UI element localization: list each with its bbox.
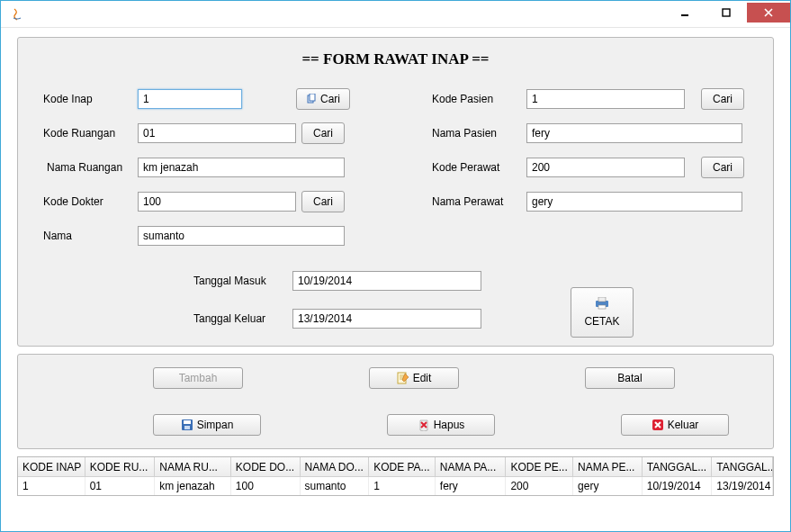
cetak-label: CETAK (584, 315, 619, 328)
svg-rect-10 (184, 426, 190, 429)
button-panel: Tambah Edit Batal Simpan Hapus (17, 354, 774, 449)
nama-ruangan-label: Nama Ruangan (47, 161, 138, 174)
kode-inap-label: Kode Inap (43, 93, 138, 105)
table-cell: 01 (85, 477, 156, 495)
table-header-cell[interactable]: KODE RU... (85, 457, 156, 477)
cari-label: Cari (320, 93, 340, 105)
simpan-button[interactable]: Simpan (153, 414, 261, 436)
keluar-button[interactable]: Keluar (621, 414, 729, 436)
nama-pasien-input[interactable] (526, 123, 742, 143)
nama-perawat-input[interactable] (526, 192, 742, 212)
form-title: == FORM RAWAT INAP == (18, 50, 773, 68)
table-row[interactable]: 101km jenazah100sumanto1fery200gery10/19… (18, 477, 773, 495)
save-icon (181, 419, 193, 431)
svg-rect-6 (598, 305, 606, 309)
nama-dokter-input[interactable] (138, 226, 345, 246)
svg-rect-9 (184, 420, 191, 424)
table-cell: 13/19/2014 (712, 477, 773, 495)
table-cell: gery (573, 477, 643, 495)
table-cell: 1 (18, 477, 85, 495)
table-header-cell[interactable]: NAMA PA... (436, 457, 507, 477)
close-button[interactable] (747, 3, 790, 23)
table-cell: 10/19/2014 (643, 477, 713, 495)
edit-button[interactable]: Edit (369, 367, 459, 389)
table-cell: fery (436, 477, 507, 495)
minimize-button[interactable] (664, 3, 706, 23)
exit-icon (652, 419, 664, 431)
cari-kode-inap-button[interactable]: Cari (296, 88, 350, 110)
tambah-button[interactable]: Tambah (153, 367, 243, 389)
kode-perawat-label: Kode Perawat (432, 161, 526, 174)
tanggal-keluar-input[interactable] (292, 309, 481, 329)
batal-button[interactable]: Batal (585, 367, 675, 389)
svg-rect-0 (681, 14, 688, 16)
kode-perawat-input[interactable] (526, 158, 685, 177)
hapus-button[interactable]: Hapus (387, 414, 495, 436)
cari-kode-ruangan-button[interactable]: Cari (301, 122, 345, 144)
kode-ruangan-input[interactable] (138, 123, 296, 143)
kode-dokter-label: Kode Dokter (43, 195, 138, 208)
table-cell: sumanto (301, 477, 370, 495)
nama-perawat-label: Nama Perawat (432, 195, 526, 208)
table-header-cell[interactable]: KODE INAP (18, 457, 85, 477)
table-header-cell[interactable]: TANGGAL... (712, 457, 773, 477)
kode-dokter-input[interactable] (138, 192, 296, 212)
tanggal-masuk-input[interactable] (292, 271, 481, 291)
cari-kode-perawat-button[interactable]: Cari (701, 157, 744, 178)
data-table[interactable]: KODE INAPKODE RU...NAMA RU...KODE DO...N… (17, 456, 774, 496)
table-cell: 100 (231, 477, 301, 495)
cetak-button[interactable]: CETAK (571, 287, 634, 338)
table-header-cell[interactable]: KODE DO... (231, 457, 301, 477)
table-header-cell[interactable]: KODE PE... (506, 457, 573, 477)
svg-rect-3 (310, 94, 315, 101)
maximize-button[interactable] (706, 3, 747, 23)
cari-kode-dokter-button[interactable]: Cari (301, 191, 345, 212)
tanggal-keluar-label: Tanggal Keluar (193, 312, 292, 325)
edit-icon (397, 372, 409, 384)
svg-rect-5 (598, 297, 606, 302)
window-buttons (664, 3, 790, 23)
table-header-cell[interactable]: NAMA RU... (155, 457, 231, 477)
kode-ruangan-label: Kode Ruangan (43, 127, 138, 140)
nama-ruangan-input[interactable] (138, 158, 345, 177)
kode-pasien-label: Kode Pasien (432, 93, 526, 105)
tanggal-masuk-label: Tanggal Masuk (193, 275, 292, 287)
table-cell: 1 (369, 477, 436, 495)
table-header-cell[interactable]: NAMA DO... (301, 457, 370, 477)
table-header: KODE INAPKODE RU...NAMA RU...KODE DO...N… (18, 457, 773, 477)
kode-pasien-input[interactable] (526, 89, 685, 109)
java-icon (10, 7, 24, 22)
kode-inap-input[interactable] (138, 89, 242, 109)
printer-icon (594, 297, 610, 310)
delete-icon (418, 419, 430, 431)
table-header-cell[interactable]: TANGGAL... (643, 457, 713, 477)
form-panel: == FORM RAWAT INAP == Kode Inap Cari Kod… (17, 37, 774, 347)
nama-dokter-label: Nama (43, 230, 138, 242)
svg-rect-1 (723, 9, 730, 16)
nama-pasien-label: Nama Pasien (432, 127, 526, 140)
table-header-cell[interactable]: NAMA PE... (573, 457, 643, 477)
titlebar (1, 1, 790, 28)
app-window: == FORM RAWAT INAP == Kode Inap Cari Kod… (0, 0, 791, 532)
table-header-cell[interactable]: KODE PA... (369, 457, 436, 477)
table-cell: 200 (506, 477, 573, 495)
copy-icon (306, 94, 317, 104)
cari-kode-pasien-button[interactable]: Cari (701, 88, 744, 110)
table-cell: km jenazah (155, 477, 231, 495)
